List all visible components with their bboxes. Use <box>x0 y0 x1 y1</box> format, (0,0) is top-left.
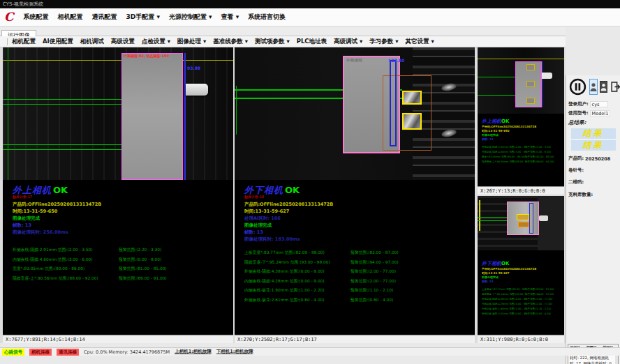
measurement-warn: 预警范围:(83.00 - 87.00) <box>350 248 399 258</box>
measure-blue-box <box>390 60 397 146</box>
stock-count-label: 克料库数量: <box>568 192 593 198</box>
product-code-line: 产品码:OFFline2025020813313472B <box>244 201 475 208</box>
window-title: CYS-视觉检测系统 <box>3 1 43 7</box>
menu-item-light-config[interactable]: 光源控制配置 ▾ <box>169 13 212 22</box>
overlay-blue-line <box>184 53 186 180</box>
tool-plc-address-table[interactable]: PLC地址表 <box>297 38 327 46</box>
control-panel: 登录用户: cys 使用型号: Model1 总结果: 结果 结果 产品码: 2… <box>566 75 620 364</box>
time-line: 时间:13-31-59-627 <box>244 208 475 215</box>
login-user-button[interactable] <box>589 79 598 95</box>
measurement-warn: 预警范围:(94.00 - 97.00) <box>525 292 554 297</box>
measurement-value: 外侧余线-隔膜:2.91mm 范围:(2.00 - 3.50) <box>482 145 525 150</box>
pixel-status-bar: X:7677;Y:891;R:14;G:14;B:14 <box>3 335 233 343</box>
measurement-row: 宽度*:83.05mm 范围:(80.00 - 86.00)预警范围:(81.0… <box>482 155 564 160</box>
exit-button[interactable] <box>610 81 620 93</box>
camera-image-small-top[interactable] <box>478 47 564 114</box>
measure-value-label: 93.88 <box>187 66 200 70</box>
tab-detect-box <box>526 64 535 70</box>
threshold-label: 计算阈值:93, 动态阈值:100 <box>124 54 169 58</box>
tool-image-processing[interactable]: 图像处理 ▾ <box>177 38 206 46</box>
tool-spot-check-settings[interactable]: 点检设置 ▾ <box>142 38 170 46</box>
measurement-row: 外侧余线-极耳:2.61mm 范围:(0.60 - 4.00)预警范围:(0.6… <box>482 312 564 317</box>
reel-number-label: 卷针号: <box>568 167 584 174</box>
measurement-value: 隔膜宽度-上*:90.56mm 范围:(88.00 - 92.00) <box>13 274 119 284</box>
measurement-row: 外侧余线-极耳:2.61mm 范围:(0.60 - 4.00)预警范围:(0.6… <box>244 296 475 305</box>
measurement-value: 外侧余线-隔膜:4.38mm 范围:(0.00 - 9.00) <box>244 267 350 277</box>
camera-image-outer-upper[interactable]: 计算阈值:93, 动态阈值:100 93.88 <box>3 47 233 180</box>
camera-view-outer-upper: 计算阈值:93, 动态阈值:100 93.88 外上相机OK 触发计数:17 产… <box>3 47 233 343</box>
model-row: 使用型号: Model1 <box>566 109 620 117</box>
tool-test-params[interactable]: 测试项参数 ▾ <box>255 38 290 46</box>
stock-count-row: 克料库数量: <box>566 191 620 199</box>
measurement-value: 内侧余线-隔膜:4.28mm 范围:(0.00 - 9.00) <box>244 277 350 287</box>
measurement-row: 宽度*:83.05mm 范围:(80.00 - 86.00)预警范围:(81.0… <box>13 264 233 274</box>
tool-camera-config[interactable]: 相机配置 <box>12 38 36 46</box>
menu-item-3d-config[interactable]: 3D手配置 ▾ <box>126 13 160 22</box>
measurement-value: 内侧余线-极耳:1.90mm 范围:(1.00 - 2.20) <box>244 286 350 296</box>
measurement-list: 外侧余线-隔膜:2.91mm 范围:(2.00 - 3.50)预警范围:(2.2… <box>13 245 233 283</box>
menu-item-system-config[interactable]: 系统配置 <box>24 13 49 22</box>
measurement-warn: 预警范围:(2.00 - 77.00) <box>350 267 396 277</box>
overlay-green-vline <box>8 47 8 180</box>
tab-detect-box <box>517 214 529 220</box>
measurement-value: 上板宽度*:83.77mm 范围:(82.00 - 88.00) <box>244 248 350 258</box>
secondary-views-column: 外上相机OK 产品码:OFFline2025020813313472B 时间:1… <box>478 47 564 343</box>
result-text-area: 外下相机OK 触发计数:18 产品码:OFFline20250208133134… <box>235 180 475 335</box>
menu-item-language-switch[interactable]: 系统语言切换 <box>248 13 286 22</box>
tool-baseline-params[interactable]: 基准线参数 ▾ <box>213 38 248 46</box>
time-line: 时间:13-31-59-650 <box>13 208 233 215</box>
overlay-yellow-line <box>479 200 480 231</box>
tool-learning-params[interactable]: 学习参数 ▾ <box>369 38 398 46</box>
measurement-row: 隔膜宽度-上*:90.56mm 范围:(88.00 - 92.00)预警范围:(… <box>482 160 564 165</box>
ai-elapsed-line: 处理AI耗时: 166 <box>244 215 475 222</box>
measurement-row: 内侧余线-极耳:1.90mm 范围:(1.00 - 2.20)预警范围:(1.1… <box>482 307 564 312</box>
overlay-yellow-line <box>478 59 564 59</box>
result-text-area: 外上相机OK 触发计数:17 产品码:OFFline20250208133134… <box>3 180 233 335</box>
measurement-list: 上板宽度*:83.77mm 范围:(82.00 - 88.00)预警范围:(83… <box>244 248 475 305</box>
main-area: 计算阈值:93, 动态阈值:100 93.88 外上相机OK 触发计数:17 产… <box>0 47 566 343</box>
tab-bar: 运行图像 <box>0 26 566 36</box>
measurement-list: 外侧余线-隔膜:2.91mm 范围:(2.00 - 3.50)预警范围:(2.2… <box>482 145 564 165</box>
measurement-row: 内侧余线-隔膜:4.60mm 范围:(3.00 - 6.00)预警范围:(0.0… <box>13 255 233 265</box>
measurement-value: 宽度*:83.05mm 范围:(80.00 - 86.00) <box>482 155 525 160</box>
electrode-tab <box>186 84 208 96</box>
camera-view-small-top: 外上相机OK 产品码:OFFline2025020813313472B 时间:1… <box>478 47 564 195</box>
login-user-value: cys <box>590 101 608 107</box>
measurement-warn: 预警范围:(2.00 - 77.00) <box>350 277 396 287</box>
tool-other-settings[interactable]: 其它设置 ▾ <box>406 38 434 46</box>
camera-image-outer-lower[interactable]: AI检测框 123.80 <box>235 47 475 180</box>
overlay-yellow-line <box>3 60 233 61</box>
tool-advanced-debug[interactable]: 高级调试 ▾ <box>334 38 362 46</box>
model-label: 使用型号: <box>568 110 589 116</box>
user-icon <box>590 82 597 92</box>
overlay-blue-line <box>542 61 543 107</box>
tab-detect-box <box>518 222 529 227</box>
tool-ai-config[interactable]: AI使用配置 <box>43 38 73 46</box>
camera-image-small-bottom[interactable] <box>478 196 564 250</box>
menu-item-view[interactable]: 查看 ▾ <box>221 13 239 22</box>
pause-button[interactable] <box>568 77 587 96</box>
measurement-warn: 预警范围:(0.00 - 8.00) <box>119 255 161 265</box>
operator-button[interactable] <box>600 81 607 93</box>
measurement-warn: 预警范围:(89.00 - 91.00) <box>119 274 167 284</box>
titlebar[interactable]: CYS-视觉检测系统 <box>0 0 620 8</box>
log-text: 耗时: 222, 网络检测耗时: 17, 网络分类耗时: 0, 网络提取分区耗时… <box>568 355 618 364</box>
measurement-value: 隔膜宽度-下*:95.24mm 范围:(93.00 - 98.00) <box>244 258 350 268</box>
menu-item-camera-config[interactable]: 相机配置 <box>58 13 83 22</box>
heartbeat-badge: 心跳信号 <box>2 349 24 356</box>
tool-advanced-settings[interactable]: 高级设置 <box>111 38 135 46</box>
total-result-label: 总结果: <box>566 117 620 127</box>
menu-item-comm-config[interactable]: 通讯配置 <box>92 13 117 22</box>
measurement-row: 隔膜宽度-上*:90.56mm 范围:(88.00 - 92.00)预警范围:(… <box>13 274 233 284</box>
product-code-line: 产品码:OFFline2025020813313472B <box>13 201 233 208</box>
app-window: CYS-视觉检测系统 C 系统配置 相机配置 通讯配置 3D手配置 ▾ 光源控制… <box>0 0 620 364</box>
app-logo-icon: C <box>4 11 14 23</box>
tool-camera-debug[interactable]: 相机调试 <box>80 38 104 46</box>
toolbar: 相机配置 AI使用配置 相机调试 高级设置 点检设置 ▾ 图像处理 ▾ 基准线参… <box>0 36 566 47</box>
measurement-row: 隔膜宽度-下*:95.24mm 范围:(93.00 - 98.00)预警范围:(… <box>244 258 475 268</box>
pixel-status-bar: X:311;Y:980;R:0;G:0;B:0 <box>478 335 564 343</box>
status-bar: 心跳信号 相机连接 通讯连接 Cpu: 0.0% Memory: 3424.41… <box>0 347 620 356</box>
pixel-status-bar: X:267;Y:13;R:0;G:0;B:0 <box>478 186 564 195</box>
measurement-value: 内侧余线-极耳:1.90mm 范围:(1.00 - 2.20) <box>482 307 525 312</box>
measurement-row: 外侧余线-隔膜:4.38mm 范围:(0.00 - 9.00)预警范围:(2.0… <box>482 297 564 302</box>
